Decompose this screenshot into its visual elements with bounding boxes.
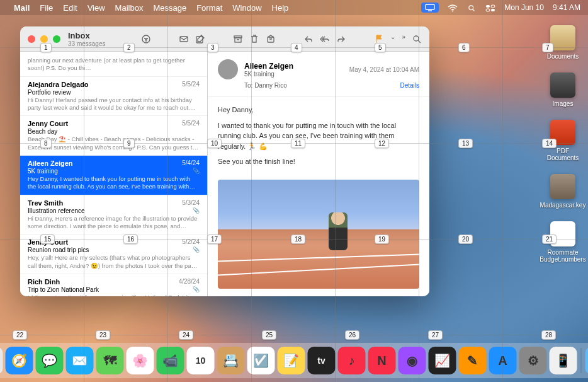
dock-reminders-icon[interactable]: ☑️ bbox=[247, 347, 275, 374]
svg-rect-6 bbox=[491, 9, 495, 11]
dock-facetime-icon[interactable]: 📹 bbox=[157, 347, 184, 374]
chevron-down-icon[interactable]: ⌄ bbox=[390, 33, 395, 45]
message-list[interactable]: planning our next adventure (or at least… bbox=[20, 52, 208, 296]
spotlight-icon[interactable] bbox=[466, 3, 477, 12]
screen-mirroring-icon[interactable] bbox=[421, 3, 439, 13]
reader-to: Danny Rico bbox=[254, 82, 287, 89]
mail-item[interactable]: Trev Smith5/3/24Illustration reference📎H… bbox=[20, 195, 207, 235]
mail-item[interactable]: Alejandra Delgado5/5/24Portfolio reviewH… bbox=[20, 77, 207, 117]
dock-photos-icon[interactable]: 🌸 bbox=[127, 347, 154, 374]
desktop-icons: Documents Images PDF Documents Madagasca… bbox=[543, 25, 583, 263]
window-minimize-button[interactable] bbox=[40, 35, 48, 43]
dock-appstore-icon[interactable]: A bbox=[489, 347, 517, 374]
dock-folder-icon[interactable]: 📁 bbox=[585, 347, 589, 374]
window-close-button[interactable] bbox=[28, 35, 35, 43]
compose-icon[interactable] bbox=[195, 33, 205, 45]
dock-settings-icon[interactable]: ⚙ bbox=[519, 347, 547, 374]
details-link[interactable]: Details bbox=[400, 82, 419, 89]
menu-file[interactable]: File bbox=[40, 3, 53, 13]
dock-news-icon[interactable]: N bbox=[368, 347, 396, 374]
reader-body: Hey Danny, I wanted to thank you for put… bbox=[208, 97, 429, 180]
mail-item[interactable]: Jenny Court5/2/24Reunion road trip pics📎… bbox=[20, 234, 207, 274]
dock-stocks-icon[interactable]: 📈 bbox=[429, 347, 456, 374]
dock-mail-icon[interactable]: ✉️ bbox=[66, 347, 94, 374]
reply-all-icon[interactable] bbox=[320, 33, 330, 45]
mail-item[interactable]: Aileen Zeigen5/4/245K training📎Hey Danny… bbox=[20, 156, 207, 195]
desktop-item-keynote[interactable]: Madagascar.key bbox=[543, 174, 583, 209]
mail-window: Inbox 33 messages bbox=[20, 26, 429, 296]
mail-titlebar: Inbox 33 messages bbox=[20, 26, 429, 52]
trash-icon[interactable] bbox=[249, 33, 259, 45]
dock-keynote-icon[interactable]: 📱 bbox=[550, 347, 577, 374]
svg-rect-8 bbox=[180, 37, 188, 42]
sender-avatar bbox=[218, 59, 238, 79]
dock-music-icon[interactable]: ♪ bbox=[338, 347, 366, 374]
svg-rect-12 bbox=[268, 37, 274, 42]
dock: 🙂▦🧭💬✉️🗺🌸📹10📇☑️📝tv♪N◉📈✎A⚙📱📁🗑 bbox=[0, 343, 588, 378]
desktop-item-numbers[interactable]: Roommate Budget.numbers bbox=[543, 221, 583, 263]
mail-item[interactable]: Rich Dinh4/28/24Trip to Zion National Pa… bbox=[20, 274, 207, 296]
mail-item[interactable]: Jenny Court5/5/24Beach dayBeach Day ⛱️ -… bbox=[20, 116, 207, 156]
archive-icon[interactable] bbox=[233, 33, 243, 45]
menu-format[interactable]: Format bbox=[196, 3, 222, 13]
filter-icon[interactable] bbox=[141, 33, 151, 45]
junk-icon[interactable] bbox=[266, 33, 276, 45]
more-icon[interactable]: » bbox=[402, 33, 405, 45]
dock-launchpad-icon[interactable]: ▦ bbox=[0, 347, 3, 374]
dock-tv-icon[interactable]: tv bbox=[308, 347, 336, 374]
svg-point-2 bbox=[469, 6, 473, 10]
dock-messages-icon[interactable]: 💬 bbox=[36, 347, 64, 374]
forward-icon[interactable] bbox=[336, 33, 346, 45]
dock-maps-icon[interactable]: 🗺 bbox=[96, 347, 124, 374]
attachment-image[interactable] bbox=[218, 180, 419, 289]
reader-from: Aileen Zeigen bbox=[244, 62, 343, 71]
search-icon[interactable] bbox=[412, 33, 422, 45]
mail-toolbar: ⌄ » bbox=[141, 33, 422, 45]
message-reader: Aileen Zeigen 5K training May 4, 2024 at… bbox=[208, 52, 429, 296]
menu-help[interactable]: Help bbox=[272, 3, 289, 13]
control-center-icon[interactable] bbox=[485, 3, 495, 12]
svg-point-1 bbox=[452, 10, 453, 11]
svg-point-7 bbox=[142, 35, 150, 43]
desktop-item-pdf[interactable]: PDF Documents bbox=[543, 120, 583, 161]
flag-icon[interactable] bbox=[374, 33, 384, 45]
reader-date: May 4, 2024 at 10:04 AM bbox=[349, 66, 419, 73]
window-title: Inbox bbox=[68, 31, 105, 40]
menu-view[interactable]: View bbox=[88, 3, 105, 13]
svg-point-13 bbox=[414, 36, 419, 41]
window-zoom-button[interactable] bbox=[53, 35, 60, 43]
menubar-time[interactable]: 9:41 AM bbox=[553, 3, 580, 12]
envelope-icon[interactable] bbox=[179, 33, 189, 45]
dock-contacts-icon[interactable]: 📇 bbox=[217, 347, 245, 374]
dock-safari-icon[interactable]: 🧭 bbox=[6, 347, 33, 374]
reply-icon[interactable] bbox=[303, 33, 314, 45]
menu-window[interactable]: Window bbox=[232, 3, 261, 13]
dock-calendar-icon[interactable]: 10 bbox=[187, 347, 215, 374]
svg-rect-4 bbox=[491, 5, 495, 8]
app-menu[interactable]: Mail bbox=[14, 3, 30, 13]
desktop-item-documents[interactable]: Documents bbox=[543, 25, 583, 60]
reader-to-label: To: bbox=[244, 82, 252, 89]
wifi-icon[interactable] bbox=[448, 3, 458, 12]
menubar-date[interactable]: Mon Jun 10 bbox=[504, 3, 544, 12]
menu-edit[interactable]: Edit bbox=[63, 3, 77, 13]
window-subtitle: 33 messages bbox=[68, 40, 105, 47]
menu-message[interactable]: Message bbox=[153, 3, 186, 13]
reader-subject: 5K training bbox=[244, 71, 343, 78]
dock-pages-icon[interactable]: ✎ bbox=[459, 347, 487, 374]
dock-notes-icon[interactable]: 📝 bbox=[278, 347, 305, 374]
svg-rect-0 bbox=[426, 4, 434, 9]
menubar: Mail File Edit View Mailbox Message Form… bbox=[0, 0, 588, 15]
menu-mailbox[interactable]: Mailbox bbox=[115, 3, 144, 13]
svg-rect-3 bbox=[486, 5, 490, 8]
svg-rect-5 bbox=[486, 9, 490, 11]
desktop-item-images[interactable]: Images bbox=[543, 72, 583, 107]
mail-item[interactable]: planning our next adventure (or at least… bbox=[20, 52, 207, 77]
dock-podcasts-icon[interactable]: ◉ bbox=[399, 347, 426, 374]
